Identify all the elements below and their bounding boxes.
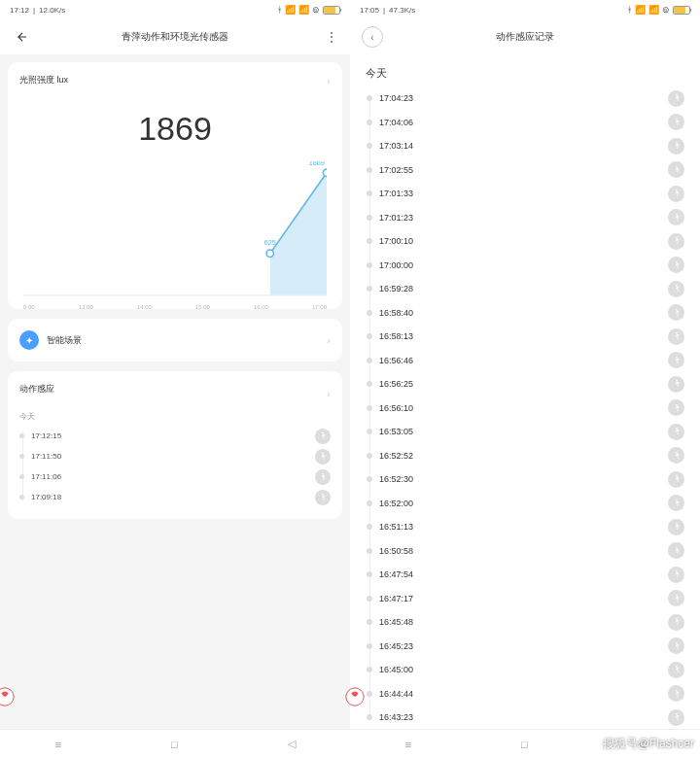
timeline-item[interactable]: 16:52:52 [379,444,684,468]
status-time: 17:05 [360,6,379,15]
walk-icon [668,614,684,631]
svg-point-35 [676,666,678,668]
timeline-item[interactable]: 16:56:46 [379,349,684,373]
timeline-item[interactable]: 17:01:33 [379,182,684,206]
timeline-item[interactable]: 16:45:48 [379,610,684,635]
timeline-item[interactable]: 16:50:58 [379,539,684,564]
timeline-time: 17:12:15 [31,431,61,440]
walk-icon [668,567,684,583]
nav-back[interactable]: ◁ [288,738,296,750]
walk-icon [668,233,684,250]
walk-icon [668,495,684,511]
svg-point-34 [676,642,678,644]
svg-point-22 [676,357,678,359]
timeline-time: 16:58:13 [379,331,413,341]
watermark: 搜狐号@Flashcer [603,736,694,752]
walk-icon [315,490,331,505]
svg-point-12 [676,119,678,121]
timeline-item[interactable]: 16:52:30 [379,467,684,492]
timeline-time: 16:52:30 [379,474,413,484]
nav-home[interactable]: □ [521,739,528,750]
timeline-time: 16:56:10 [379,403,413,413]
timeline-time: 16:43:23 [379,712,413,722]
bluetooth-icon: ᚼ [277,5,282,15]
svg-point-32 [676,595,678,597]
svg-point-13 [676,142,678,144]
timeline-item[interactable]: 16:47:17 [379,587,684,611]
timeline-item[interactable]: 16:45:00 [379,658,684,682]
timeline-item[interactable]: 17:11:50 [31,446,331,466]
timeline-item[interactable]: 16:52:00 [379,492,684,516]
svg-point-33 [676,618,678,620]
timeline-time: 17:02:55 [379,165,413,175]
timeline-item[interactable]: 16:56:10 [379,396,684,421]
nav-recent[interactable]: ≡ [54,739,60,750]
lux-header-row[interactable]: 光照强度 lux › [19,74,331,86]
status-bar: 17:05 | 47.3K/s ᚼ 📶 📶 ⊚ [350,0,700,19]
svg-point-31 [676,570,678,572]
walk-icon [668,519,684,535]
timeline-item[interactable]: 17:01:23 [379,206,684,230]
status-bar: 17:12 | 12.0K/s ᚼ 📶 📶 ⊚ [0,0,350,19]
timeline-item[interactable]: 17:03:14 [379,134,684,158]
back-button[interactable] [12,26,33,48]
timeline-item[interactable]: 17:02:55 [379,158,684,183]
timeline-time: 16:47:17 [379,594,413,603]
timeline-time: 17:00:10 [379,236,413,246]
timeline-item[interactable]: 17:12:15 [31,426,331,446]
walk-icon [668,376,684,393]
timeline-time: 16:52:00 [379,499,413,508]
walk-icon [668,709,684,726]
smart-scene-card[interactable]: ✦ 智能场景 › [8,319,342,362]
svg-point-38 [0,688,14,706]
walk-icon [668,186,684,202]
walk-icon [668,257,684,273]
page-title: 青萍动作和环境光传感器 [122,30,228,44]
timeline-item[interactable]: 17:00:10 [379,229,684,254]
timeline-item[interactable]: 17:04:23 [379,86,684,111]
timeline-item[interactable]: 16:59:28 [379,277,684,301]
timeline-time: 16:52:52 [379,451,413,461]
timeline-time: 17:09:18 [31,493,61,501]
svg-point-17 [676,237,678,239]
more-button[interactable]: ⋮ [325,29,338,45]
timeline-time: 16:53:05 [379,427,413,436]
timeline-item[interactable]: 17:11:06 [31,466,331,487]
battery-icon [673,6,690,15]
motion-header-row[interactable]: 动作感应 › [19,383,331,403]
back-button[interactable]: ‹ [362,26,383,48]
signal-icon: 📶 [648,5,659,15]
timeline-item[interactable]: 16:58:13 [379,325,684,349]
timeline-item[interactable]: 16:45:23 [379,635,684,659]
walk-icon [668,590,684,606]
timeline-item[interactable]: 17:09:18 [31,487,331,507]
signal-icon: 📶 [285,5,296,15]
timeline-time: 16:50:58 [379,546,413,556]
svg-point-19 [676,285,678,287]
status-time: 17:12 [10,6,29,15]
timeline-item[interactable]: 16:53:05 [379,420,684,444]
timeline-item[interactable]: 16:47:54 [379,563,684,587]
nav-home[interactable]: □ [171,739,178,750]
nav-bar: ≡ □ ◁ [0,729,350,758]
timeline-item[interactable]: 17:00:00 [379,254,684,278]
svg-point-16 [676,214,678,216]
timeline-item[interactable]: 16:43:23 [379,706,684,729]
timeline-item[interactable]: 16:51:13 [379,515,684,539]
timeline-time: 16:56:46 [379,356,413,365]
timeline-time: 17:01:33 [379,189,413,198]
timeline-item[interactable]: 17:04:06 [379,111,684,135]
timeline-item[interactable]: 16:44:44 [379,682,684,706]
svg-point-29 [676,523,678,525]
timeline-item[interactable]: 16:56:25 [379,372,684,396]
timeline-time: 17:04:06 [379,118,413,127]
svg-point-36 [676,690,678,692]
svg-point-11 [676,94,678,96]
walk-icon [668,304,684,321]
svg-marker-1 [270,173,327,295]
walk-icon [668,90,684,107]
nav-recent[interactable]: ≡ [404,739,410,750]
timeline-item[interactable]: 16:58:40 [379,301,684,326]
wifi-icon: ⊚ [312,5,320,15]
walk-icon [668,662,684,678]
